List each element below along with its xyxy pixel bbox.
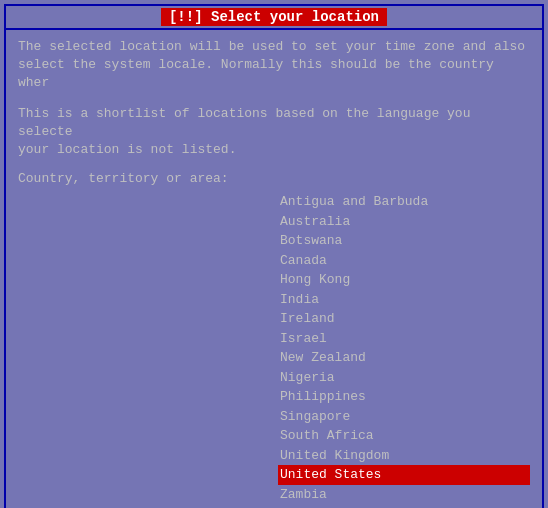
country-list-item[interactable]: Botswana — [278, 231, 530, 251]
dialog: [!!] Select your location The selected l… — [0, 0, 548, 508]
description: The selected location will be used to se… — [18, 38, 530, 93]
title-bar: [!!] Select your location — [4, 4, 544, 28]
country-list-item[interactable]: Israel — [278, 329, 530, 349]
country-list-item[interactable]: India — [278, 290, 530, 310]
country-label: Country, territory or area: — [18, 171, 530, 186]
country-list-item[interactable]: Philippines — [278, 387, 530, 407]
country-list-item[interactable]: Nigeria — [278, 368, 530, 388]
dialog-title: [!!] Select your location — [161, 8, 387, 26]
country-list-item[interactable]: Antigua and Barbuda — [278, 192, 530, 212]
country-list-item[interactable]: Ireland — [278, 309, 530, 329]
country-list-item[interactable]: Australia — [278, 212, 530, 232]
country-list-item[interactable]: Hong Kong — [278, 270, 530, 290]
country-list-item[interactable]: Zimbabwe — [278, 504, 530, 508]
country-list-item[interactable]: New Zealand — [278, 348, 530, 368]
country-list-item[interactable]: United States — [278, 465, 530, 485]
country-list: Antigua and BarbudaAustraliaBotswanaCana… — [278, 192, 530, 508]
country-list-item[interactable]: Singapore — [278, 407, 530, 427]
content-area: The selected location will be used to se… — [4, 28, 544, 508]
shortlist-info: This is a shortlist of locations based o… — [18, 105, 530, 160]
country-list-item[interactable]: Canada — [278, 251, 530, 271]
country-list-item[interactable]: United Kingdom — [278, 446, 530, 466]
country-list-item[interactable]: Zambia — [278, 485, 530, 505]
country-list-item[interactable]: South Africa — [278, 426, 530, 446]
